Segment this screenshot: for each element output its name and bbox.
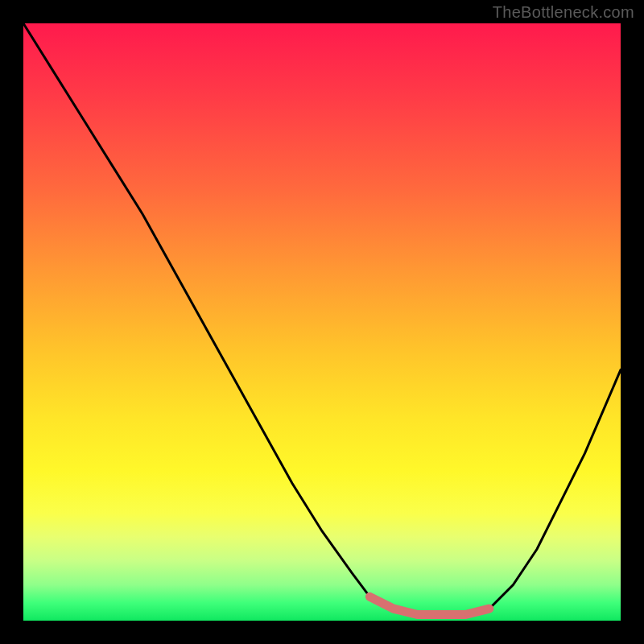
watermark-text: TheBottleneck.com <box>493 3 634 22</box>
chart-frame: TheBottleneck.com <box>0 0 644 644</box>
gradient-plot-area <box>23 23 621 621</box>
